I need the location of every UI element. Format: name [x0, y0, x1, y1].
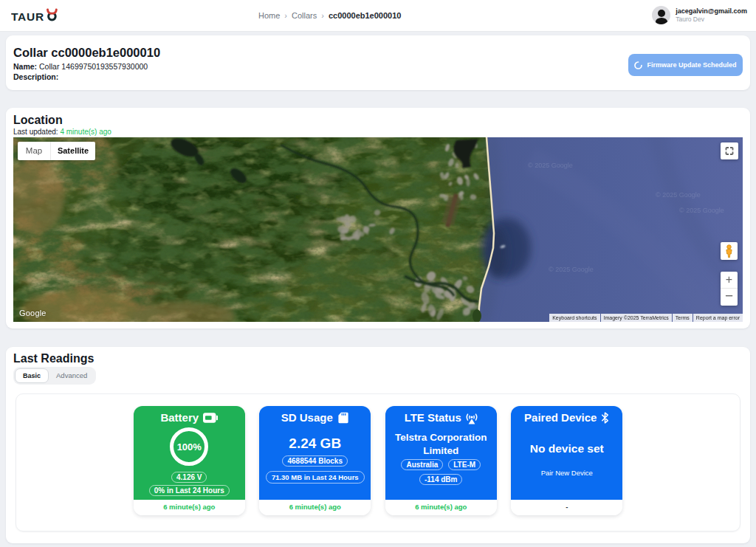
- svg-text:© 2025 Google: © 2025 Google: [679, 207, 724, 214]
- svg-text:TAUR: TAUR: [11, 10, 44, 23]
- svg-text:© 2025 Google: © 2025 Google: [549, 266, 594, 273]
- svg-text:© 2025 Google: © 2025 Google: [656, 191, 701, 199]
- svg-text:© 2025 Google: © 2025 Google: [528, 162, 573, 169]
